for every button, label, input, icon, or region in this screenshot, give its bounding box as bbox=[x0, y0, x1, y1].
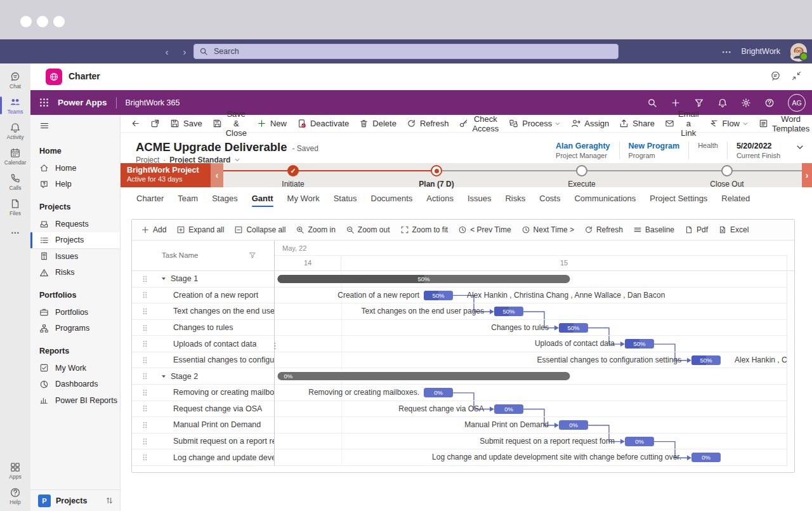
cmd-new[interactable]: New bbox=[252, 116, 292, 131]
header-field-health[interactable]: Health bbox=[688, 142, 727, 159]
rail-item-help[interactable]: Help bbox=[0, 483, 30, 508]
gantt-tool-zoom-in[interactable]: Zoom in bbox=[291, 222, 340, 238]
gantt-bar-creation-of-a-new-report[interactable]: 50% bbox=[424, 291, 453, 300]
help-icon[interactable] bbox=[764, 98, 775, 108]
rail-item-teams[interactable]: Teams bbox=[0, 93, 30, 118]
sidebar-power-bi-reports[interactable]: Power BI Reports bbox=[30, 392, 120, 409]
gantt-bar-text-changes-on-the-end-use[interactable]: 50% bbox=[494, 307, 523, 316]
sidebar-programs[interactable]: Programs bbox=[30, 321, 120, 337]
tab-related[interactable]: Related bbox=[714, 190, 757, 208]
window-dot-1[interactable] bbox=[20, 16, 32, 27]
window-dot-2[interactable] bbox=[37, 16, 48, 27]
tab-stages[interactable]: Stages bbox=[205, 190, 244, 208]
sidebar-home[interactable]: Home bbox=[30, 136, 120, 160]
cmd-save-close[interactable]: Save & Close bbox=[207, 116, 252, 131]
tab-charter[interactable]: Charter bbox=[129, 190, 171, 208]
task-row-manual-print-on-demand[interactable]: Manual Print on Demand bbox=[132, 417, 274, 434]
notifications-icon[interactable] bbox=[717, 98, 728, 108]
gantt-tool-next-time[interactable]: Next Time > bbox=[516, 222, 579, 238]
task-column-header[interactable]: Task Name bbox=[132, 241, 275, 270]
drag-handle-icon[interactable] bbox=[141, 453, 149, 461]
task-row-stage-2[interactable]: Stage 2 bbox=[132, 368, 274, 385]
drag-handle-icon[interactable] bbox=[141, 421, 149, 429]
rail-item-apps[interactable]: Apps bbox=[0, 458, 30, 483]
search-input[interactable] bbox=[213, 46, 613, 56]
cmd-flow[interactable]: Flow bbox=[704, 116, 754, 131]
header-expand-chevron-icon[interactable] bbox=[796, 143, 804, 152]
history-back-button[interactable]: ‹ bbox=[161, 45, 173, 58]
user-avatar[interactable] bbox=[790, 43, 807, 60]
rail-item-more-icon[interactable]: ⋯ bbox=[0, 220, 30, 245]
gantt-tool-excel[interactable]: Excel bbox=[713, 222, 754, 238]
gantt-tool-collapse-all[interactable]: Collapse all bbox=[229, 222, 291, 238]
gantt-bar-essential-changes-to-configu[interactable]: 50% bbox=[691, 355, 721, 365]
search-bar[interactable] bbox=[193, 44, 619, 59]
account-avatar[interactable]: AG bbox=[788, 94, 806, 112]
rail-item-files[interactable]: Files bbox=[0, 194, 30, 220]
task-row-log-change-and-update-devel[interactable]: Log change and update devel… bbox=[132, 449, 274, 466]
gantt-bar-manual-print-on-demand[interactable]: 0% bbox=[559, 420, 588, 430]
bpf-next-stage-chevron[interactable]: › bbox=[802, 163, 812, 187]
filter-icon[interactable] bbox=[694, 98, 704, 108]
drag-handle-icon[interactable] bbox=[141, 437, 149, 446]
drag-handle-icon[interactable] bbox=[141, 324, 149, 332]
settings-gear-icon[interactable] bbox=[741, 98, 751, 108]
drag-handle-icon[interactable] bbox=[141, 307, 149, 315]
area-switcher-icon[interactable] bbox=[105, 496, 114, 505]
sidebar-issues[interactable]: Issues bbox=[30, 248, 120, 265]
window-dot-3[interactable] bbox=[53, 16, 65, 27]
gantt-tool-zoom-out[interactable]: Zoom out bbox=[341, 222, 395, 238]
sidebar-my-work[interactable]: My Work bbox=[30, 360, 120, 376]
task-row-uploads-of-contact-data[interactable]: Uploads of contact data bbox=[132, 336, 274, 352]
sidebar-portfolios[interactable]: Portfolios bbox=[30, 304, 120, 321]
task-row-text-changes-on-the-end-use[interactable]: Text changes on the end use… bbox=[132, 303, 274, 320]
cmd-word-templates[interactable]: Word Templates bbox=[754, 116, 812, 131]
tab-my-work[interactable]: My Work bbox=[280, 190, 327, 208]
tab-gantt[interactable]: Gantt bbox=[245, 190, 280, 208]
drag-handle-icon[interactable] bbox=[141, 404, 149, 413]
task-row-stage-1[interactable]: Stage 1 bbox=[132, 271, 274, 288]
gantt-bar-stage-2[interactable]: 0% bbox=[278, 372, 570, 380]
rail-item-calendar[interactable]: Calendar bbox=[0, 143, 30, 169]
drag-handle-icon[interactable] bbox=[141, 291, 149, 299]
gantt-bar-stage-1[interactable]: 50% bbox=[278, 275, 570, 283]
header-field-program[interactable]: New Program Program bbox=[619, 142, 689, 159]
cmd-share[interactable]: Share bbox=[614, 116, 660, 131]
task-row-creation-of-a-new-report[interactable]: Creation of a new report bbox=[132, 288, 274, 304]
column-filter-icon[interactable] bbox=[249, 251, 256, 259]
sidebar-reports[interactable]: Reports bbox=[30, 336, 120, 360]
task-row-submit-request-on-a-report-re[interactable]: Submit request on a report re… bbox=[132, 434, 274, 450]
gantt-tool-baseline[interactable]: Baseline bbox=[628, 222, 679, 238]
gantt-bar-submit-request-on-a-report-re[interactable]: 0% bbox=[625, 437, 654, 446]
cmd-email-a-link[interactable]: Email a Link bbox=[660, 116, 704, 131]
sidebar-projects[interactable]: Projects bbox=[30, 232, 120, 249]
sidebar-home[interactable]: Home bbox=[30, 160, 120, 176]
sidebar-dashboards[interactable]: Dashboards bbox=[30, 376, 120, 393]
task-row-removing-or-creating-mailbo[interactable]: Removing or creating mailbo… bbox=[132, 385, 274, 401]
tab-documents[interactable]: Documents bbox=[364, 190, 420, 208]
history-forward-button[interactable]: › bbox=[179, 45, 190, 58]
header-field-current-finish[interactable]: 5/20/2022 Current Finish bbox=[727, 142, 789, 159]
more-options-icon[interactable]: ⋯ bbox=[721, 47, 731, 56]
sidebar-help[interactable]: Help bbox=[30, 176, 120, 193]
tab-team[interactable]: Team bbox=[171, 190, 205, 208]
rail-item-activity[interactable]: Activity bbox=[0, 118, 30, 143]
sidebar-risks[interactable]: Risks bbox=[30, 265, 120, 281]
tab-project-settings[interactable]: Project Settings bbox=[643, 190, 714, 208]
drag-handle-icon[interactable] bbox=[141, 372, 149, 380]
tab-communications[interactable]: Communications bbox=[567, 190, 643, 208]
header-field-project-manager[interactable]: Alan Geraghty Project Manager bbox=[547, 142, 619, 159]
gantt-tool-pdf[interactable]: Pdf bbox=[679, 222, 713, 238]
sidebar-requests[interactable]: Requests bbox=[30, 216, 120, 232]
cmd-process[interactable]: Process bbox=[504, 116, 566, 131]
sidebar-projects[interactable]: Projects bbox=[30, 192, 120, 216]
drag-handle-icon[interactable] bbox=[141, 275, 149, 283]
cmd-delete[interactable]: Delete bbox=[354, 116, 402, 131]
bpf-stage-execute[interactable]: Execute bbox=[537, 163, 626, 189]
gantt-bar-request-change-via-osa[interactable]: 0% bbox=[494, 404, 523, 414]
tab-status[interactable]: Status bbox=[327, 190, 364, 208]
gantt-tool-prev-time[interactable]: < Prev Time bbox=[453, 222, 516, 238]
cmd-back-icon[interactable] bbox=[126, 116, 145, 131]
drag-handle-icon[interactable] bbox=[141, 356, 149, 364]
gantt-tool-add[interactable]: Add bbox=[136, 222, 171, 238]
